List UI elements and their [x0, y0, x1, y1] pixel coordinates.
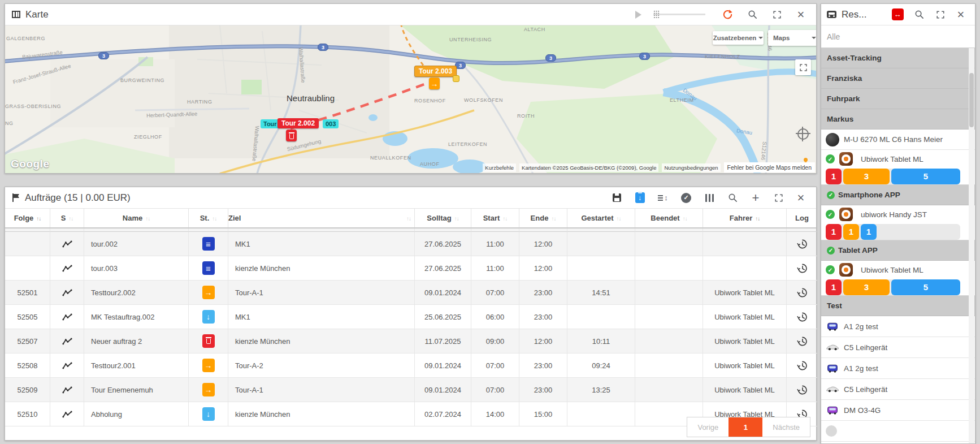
log-history-button[interactable] [796, 238, 808, 250]
status-badge-red[interactable]: 1 [826, 169, 842, 184]
teamviewer-button[interactable] [889, 6, 906, 23]
pagination-page-1[interactable]: 1 [729, 417, 762, 437]
track-chart-icon[interactable] [62, 386, 72, 394]
log-history-button[interactable] [796, 384, 808, 396]
col-gestartet[interactable]: Gestartet [567, 209, 635, 227]
status-icon[interactable] [202, 359, 215, 372]
tour-chip-right[interactable]: 003 [323, 119, 339, 128]
orders-expand-button[interactable] [770, 189, 787, 206]
table-row[interactable]: 52505 MK Testauftrag.002 MK1 25.06.2025 … [5, 305, 816, 329]
track-chart-icon[interactable] [62, 264, 72, 273]
col-fahrer[interactable]: Fahrer [703, 209, 787, 227]
list-item-vehicle[interactable]: C5 Leihgerät [821, 337, 975, 358]
terms-link[interactable]: Nutzungsbedingungen [662, 163, 720, 172]
list-item-device[interactable]: Ubiwork Tablet ML [821, 261, 975, 279]
track-chart-icon[interactable] [62, 410, 72, 419]
tour-2002-marker[interactable] [286, 130, 297, 141]
col-ende[interactable]: Ende [519, 209, 567, 227]
table-row[interactable]: tour.003 kienzle München 27.06.2025 11:0… [5, 256, 816, 281]
col-ziel[interactable]: Ziel [228, 209, 415, 227]
log-history-button[interactable] [796, 262, 808, 274]
status-badge-orange[interactable]: 1 [843, 224, 859, 240]
orders-search-button[interactable] [724, 189, 741, 206]
group-franziska[interactable]: Franziska [821, 68, 975, 89]
col-solltag[interactable]: Solltag [415, 209, 471, 227]
list-item-tracker[interactable]: M-U 6270 ML C6 Hans Meier [821, 130, 975, 150]
group-fuhrpark[interactable]: Fuhrpark [821, 89, 975, 109]
map-close-button[interactable] [792, 6, 809, 23]
tour-2003-chip[interactable]: Tour 2.003 [414, 66, 457, 77]
resources-scrollbar[interactable] [969, 48, 974, 443]
orders-close-button[interactable] [792, 189, 809, 206]
log-history-button[interactable] [796, 335, 808, 347]
status-badge-red[interactable]: 1 [826, 279, 842, 295]
group-tablet-app[interactable]: Tablet APP [821, 240, 975, 261]
list-item-vehicle[interactable]: A1 2g test [821, 316, 975, 337]
track-chart-icon[interactable] [62, 337, 72, 346]
col-st[interactable]: St. [189, 209, 228, 227]
list-item-partial[interactable] [821, 421, 975, 442]
track-chart-icon[interactable] [62, 288, 72, 297]
col-log[interactable]: Log [787, 209, 817, 227]
table-row[interactable]: 52507 Neuer auftrag 2 kienzle München 11… [5, 329, 816, 354]
group-smartphone-app[interactable]: Smartphone APP [821, 185, 975, 205]
status-icon[interactable] [202, 383, 215, 396]
status-badge-blue[interactable]: 5 [891, 169, 960, 184]
tour-2003-marker[interactable] [429, 77, 440, 89]
status-badge-blue[interactable]: 5 [891, 279, 960, 295]
list-item-device[interactable]: ubiwork Handy JST [821, 205, 975, 223]
map-canvas[interactable]: GALGENBERG GRASS-OBERISLING NG BURGWEINT… [5, 25, 816, 173]
resources-search-button[interactable] [910, 6, 927, 23]
layers-button[interactable]: Zusatzebenen [713, 31, 764, 45]
time-slider[interactable] [653, 14, 705, 15]
col-folge[interactable]: Folge [5, 209, 50, 227]
list-item-device[interactable]: Ubiwork Tablet ML [821, 150, 975, 168]
log-history-button[interactable] [796, 360, 808, 372]
group-asset-tracking[interactable]: Asset-Tracking [821, 48, 975, 68]
status-icon[interactable] [202, 334, 215, 348]
table-row[interactable]: 52501 Testtour2.002 Tour-A-1 09.01.2024 … [5, 281, 816, 305]
col-name[interactable]: Name [84, 209, 189, 227]
time-slider-handle[interactable] [653, 10, 660, 19]
row-height-button[interactable] [654, 189, 671, 206]
group-test[interactable]: Test [821, 296, 975, 316]
select-all-button[interactable] [678, 189, 695, 206]
table-row[interactable]: 52508 Testtour2.001 Tour-A-2 09.01.2024 … [5, 354, 816, 378]
col-s[interactable]: S [50, 209, 84, 227]
track-chart-icon[interactable] [62, 313, 72, 321]
resources-expand-button[interactable] [932, 6, 949, 23]
report-error-link[interactable]: Fehler bei Google Maps melden [724, 162, 815, 173]
resources-scrollbar-thumb[interactable] [969, 73, 974, 127]
group-markus[interactable]: Markus [821, 109, 975, 130]
list-item-vehicle[interactable]: DM O3-4G [821, 400, 975, 421]
table-row[interactable]: tour.002 MK1 27.06.2025 11:00 12:00 [5, 232, 816, 256]
status-icon[interactable] [202, 407, 215, 421]
pagination-next[interactable]: Nächste [762, 417, 810, 437]
track-chart-icon[interactable] [62, 240, 72, 248]
status-badge-red[interactable]: 1 [826, 224, 842, 240]
log-history-button[interactable] [796, 287, 808, 299]
status-badge-orange[interactable]: 3 [843, 279, 890, 295]
col-beendet[interactable]: Beendet [635, 209, 703, 227]
save-button[interactable] [608, 189, 625, 206]
list-item-vehicle[interactable]: A1 2g test [821, 358, 975, 379]
status-icon[interactable] [202, 261, 215, 275]
status-icon[interactable] [202, 237, 215, 251]
status-badge-orange[interactable]: 3 [843, 169, 890, 184]
shortcuts-link[interactable]: Kurzbefehle [483, 163, 516, 172]
log-history-button[interactable] [796, 311, 808, 323]
refresh-button[interactable] [719, 6, 736, 23]
pagination-prev[interactable]: Vorige [687, 417, 729, 437]
tour-chip-left[interactable]: Tour [261, 119, 280, 128]
columns-button[interactable] [701, 189, 718, 206]
map-expand-button[interactable] [769, 6, 786, 23]
list-item-vehicle[interactable]: C5 Leihgerät [821, 379, 975, 400]
table-row[interactable]: 52509 Tour Enemenemuh Tour-A-1 09.01.202… [5, 378, 816, 402]
status-badge-blue[interactable]: 1 [861, 224, 877, 240]
tour-2002-chip[interactable]: Tour 2.002 [277, 118, 319, 128]
col-start[interactable]: Start [471, 209, 519, 227]
resources-filter-input[interactable] [821, 25, 975, 48]
resources-close-button[interactable] [952, 6, 969, 23]
map-fullscreen-button[interactable] [795, 59, 811, 75]
maps-dropdown[interactable]: Maps [768, 30, 816, 46]
